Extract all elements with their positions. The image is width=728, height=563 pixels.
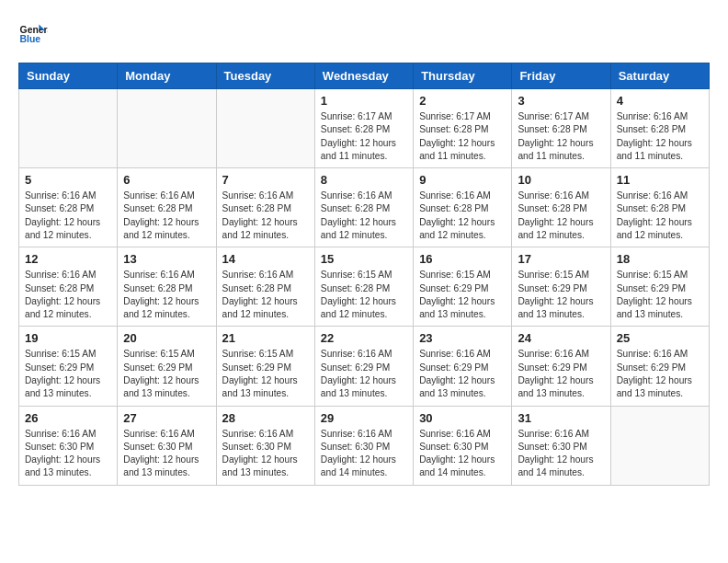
cell-content: Sunrise: 6:16 AM Sunset: 6:29 PM Dayligh…	[419, 348, 506, 400]
cell-content: Sunrise: 6:16 AM Sunset: 6:30 PM Dayligh…	[25, 428, 111, 480]
cell-content: Sunrise: 6:16 AM Sunset: 6:30 PM Dayligh…	[518, 428, 604, 480]
calendar-cell: 27Sunrise: 6:16 AM Sunset: 6:30 PM Dayli…	[118, 406, 216, 485]
day-number: 14	[222, 252, 309, 266]
calendar-cell: 2Sunrise: 6:17 AM Sunset: 6:28 PM Daylig…	[414, 89, 512, 168]
calendar-cell: 12Sunrise: 6:16 AM Sunset: 6:28 PM Dayli…	[19, 247, 118, 327]
day-number: 24	[518, 331, 604, 345]
calendar-cell: 25Sunrise: 6:16 AM Sunset: 6:29 PM Dayli…	[610, 327, 709, 406]
cell-content: Sunrise: 6:16 AM Sunset: 6:28 PM Dayligh…	[25, 269, 111, 321]
calendar-cell: 8Sunrise: 6:16 AM Sunset: 6:28 PM Daylig…	[314, 168, 413, 247]
cell-content: Sunrise: 6:16 AM Sunset: 6:28 PM Dayligh…	[123, 190, 210, 242]
calendar-cell: 7Sunrise: 6:16 AM Sunset: 6:28 PM Daylig…	[216, 168, 314, 247]
weekday-header-row: SundayMondayTuesdayWednesdayThursdayFrid…	[19, 63, 710, 89]
cell-content: Sunrise: 6:16 AM Sunset: 6:28 PM Dayligh…	[222, 269, 309, 321]
day-number: 16	[419, 252, 506, 266]
cell-content: Sunrise: 6:16 AM Sunset: 6:30 PM Dayligh…	[123, 428, 210, 480]
day-number: 15	[321, 252, 407, 266]
cell-content: Sunrise: 6:15 AM Sunset: 6:29 PM Dayligh…	[123, 348, 210, 400]
calendar-table: SundayMondayTuesdayWednesdayThursdayFrid…	[18, 63, 710, 486]
calendar-cell: 19Sunrise: 6:15 AM Sunset: 6:29 PM Dayli…	[19, 327, 118, 406]
day-number: 31	[518, 411, 604, 425]
cell-content: Sunrise: 6:15 AM Sunset: 6:29 PM Dayligh…	[419, 269, 506, 321]
day-number: 23	[419, 331, 506, 345]
cell-content: Sunrise: 6:15 AM Sunset: 6:29 PM Dayligh…	[518, 269, 604, 321]
calendar-cell: 14Sunrise: 6:16 AM Sunset: 6:28 PM Dayli…	[216, 247, 314, 327]
weekday-header-wednesday: Wednesday	[314, 63, 413, 89]
day-number: 28	[222, 411, 309, 425]
day-number: 8	[321, 173, 407, 187]
weekday-header-friday: Friday	[512, 63, 610, 89]
day-number: 19	[25, 331, 111, 345]
calendar-cell: 26Sunrise: 6:16 AM Sunset: 6:30 PM Dayli…	[19, 406, 118, 485]
day-number: 26	[25, 411, 111, 425]
calendar-cell	[19, 89, 118, 168]
calendar-cell	[118, 89, 216, 168]
calendar-cell: 9Sunrise: 6:16 AM Sunset: 6:28 PM Daylig…	[414, 168, 512, 247]
weekday-header-tuesday: Tuesday	[216, 63, 314, 89]
day-number: 12	[25, 252, 111, 266]
day-number: 27	[123, 411, 210, 425]
day-number: 17	[518, 252, 604, 266]
weekday-header-monday: Monday	[118, 63, 216, 89]
cell-content: Sunrise: 6:16 AM Sunset: 6:28 PM Dayligh…	[222, 190, 309, 242]
cell-content: Sunrise: 6:16 AM Sunset: 6:30 PM Dayligh…	[321, 428, 407, 480]
day-number: 9	[419, 173, 506, 187]
cell-content: Sunrise: 6:16 AM Sunset: 6:28 PM Dayligh…	[321, 190, 407, 242]
day-number: 2	[419, 94, 506, 108]
cell-content: Sunrise: 6:17 AM Sunset: 6:28 PM Dayligh…	[419, 110, 506, 163]
logo-icon: General Blue	[18, 18, 48, 48]
weekday-header-sunday: Sunday	[19, 63, 118, 89]
day-number: 7	[222, 173, 309, 187]
day-number: 10	[518, 173, 604, 187]
calendar-cell: 15Sunrise: 6:15 AM Sunset: 6:28 PM Dayli…	[314, 247, 413, 327]
svg-text:Blue: Blue	[20, 34, 41, 44]
calendar-cell: 28Sunrise: 6:16 AM Sunset: 6:30 PM Dayli…	[216, 406, 314, 485]
cell-content: Sunrise: 6:15 AM Sunset: 6:29 PM Dayligh…	[25, 348, 111, 400]
day-number: 1	[321, 94, 407, 108]
cell-content: Sunrise: 6:16 AM Sunset: 6:28 PM Dayligh…	[617, 190, 703, 242]
calendar-cell: 24Sunrise: 6:16 AM Sunset: 6:29 PM Dayli…	[512, 327, 610, 406]
day-number: 11	[617, 173, 703, 187]
day-number: 25	[617, 331, 703, 345]
calendar-cell: 17Sunrise: 6:15 AM Sunset: 6:29 PM Dayli…	[512, 247, 610, 327]
cell-content: Sunrise: 6:16 AM Sunset: 6:29 PM Dayligh…	[518, 348, 604, 400]
day-number: 5	[25, 173, 111, 187]
calendar-cell: 18Sunrise: 6:15 AM Sunset: 6:29 PM Dayli…	[610, 247, 709, 327]
day-number: 22	[321, 331, 407, 345]
cell-content: Sunrise: 6:16 AM Sunset: 6:28 PM Dayligh…	[617, 110, 703, 163]
cell-content: Sunrise: 6:15 AM Sunset: 6:28 PM Dayligh…	[321, 269, 407, 321]
cell-content: Sunrise: 6:16 AM Sunset: 6:28 PM Dayligh…	[518, 190, 604, 242]
calendar-cell: 6Sunrise: 6:16 AM Sunset: 6:28 PM Daylig…	[118, 168, 216, 247]
calendar-cell: 31Sunrise: 6:16 AM Sunset: 6:30 PM Dayli…	[512, 406, 610, 485]
calendar-cell: 30Sunrise: 6:16 AM Sunset: 6:30 PM Dayli…	[414, 406, 512, 485]
day-number: 29	[321, 411, 407, 425]
calendar-cell	[216, 89, 314, 168]
calendar-cell: 13Sunrise: 6:16 AM Sunset: 6:28 PM Dayli…	[118, 247, 216, 327]
cell-content: Sunrise: 6:16 AM Sunset: 6:29 PM Dayligh…	[321, 348, 407, 400]
calendar-cell: 4Sunrise: 6:16 AM Sunset: 6:28 PM Daylig…	[610, 89, 709, 168]
calendar-cell: 16Sunrise: 6:15 AM Sunset: 6:29 PM Dayli…	[414, 247, 512, 327]
cell-content: Sunrise: 6:16 AM Sunset: 6:28 PM Dayligh…	[123, 269, 210, 321]
calendar-week-1: 1Sunrise: 6:17 AM Sunset: 6:28 PM Daylig…	[19, 89, 710, 168]
cell-content: Sunrise: 6:16 AM Sunset: 6:28 PM Dayligh…	[25, 190, 111, 242]
page-header: General Blue	[18, 18, 710, 48]
day-number: 3	[518, 94, 604, 108]
calendar-cell: 23Sunrise: 6:16 AM Sunset: 6:29 PM Dayli…	[414, 327, 512, 406]
calendar-week-2: 5Sunrise: 6:16 AM Sunset: 6:28 PM Daylig…	[19, 168, 710, 247]
day-number: 6	[123, 173, 210, 187]
calendar-cell: 1Sunrise: 6:17 AM Sunset: 6:28 PM Daylig…	[314, 89, 413, 168]
calendar-week-3: 12Sunrise: 6:16 AM Sunset: 6:28 PM Dayli…	[19, 247, 710, 327]
cell-content: Sunrise: 6:16 AM Sunset: 6:28 PM Dayligh…	[419, 190, 506, 242]
cell-content: Sunrise: 6:16 AM Sunset: 6:29 PM Dayligh…	[617, 348, 703, 400]
calendar-cell: 21Sunrise: 6:15 AM Sunset: 6:29 PM Dayli…	[216, 327, 314, 406]
calendar-cell: 22Sunrise: 6:16 AM Sunset: 6:29 PM Dayli…	[314, 327, 413, 406]
day-number: 30	[419, 411, 506, 425]
calendar-cell: 29Sunrise: 6:16 AM Sunset: 6:30 PM Dayli…	[314, 406, 413, 485]
calendar-cell: 5Sunrise: 6:16 AM Sunset: 6:28 PM Daylig…	[19, 168, 118, 247]
calendar-cell: 20Sunrise: 6:15 AM Sunset: 6:29 PM Dayli…	[118, 327, 216, 406]
day-number: 21	[222, 331, 309, 345]
cell-content: Sunrise: 6:16 AM Sunset: 6:30 PM Dayligh…	[222, 428, 309, 480]
weekday-header-saturday: Saturday	[610, 63, 709, 89]
calendar-cell: 3Sunrise: 6:17 AM Sunset: 6:28 PM Daylig…	[512, 89, 610, 168]
day-number: 4	[617, 94, 703, 108]
